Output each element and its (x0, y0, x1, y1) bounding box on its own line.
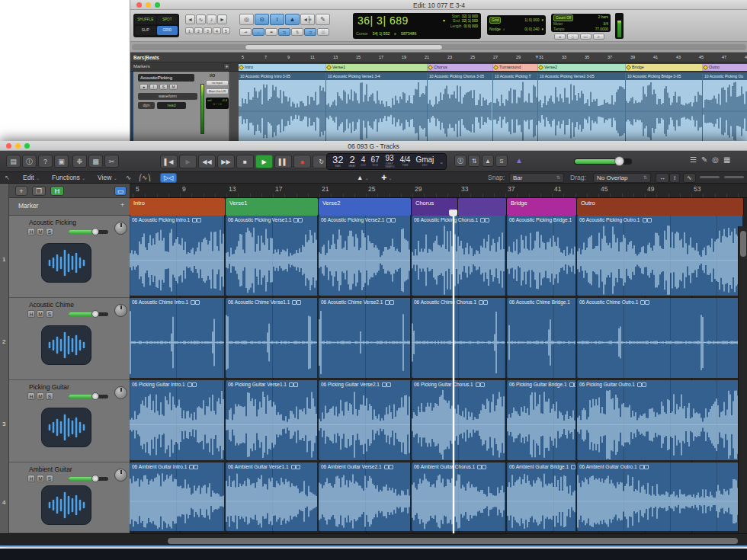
editors-icon[interactable]: ✂ (104, 155, 119, 168)
flex-icon[interactable]: ⎛∿⎞ (139, 174, 151, 181)
pan-knob[interactable] (114, 469, 127, 482)
region[interactable]: 06 Acoustic Chime Intro.1 (130, 298, 226, 378)
pause-button[interactable]: ▌▌ (274, 155, 292, 168)
spot-mode-button[interactable]: SPOT (157, 15, 178, 24)
track-header-acoustic-chime[interactable]: Acoustic Chime H M S (9, 298, 130, 380)
marker-track-header[interactable]: Marker + (9, 198, 130, 216)
marker-verse1[interactable]: Verse1 (326, 64, 428, 71)
midi-merge-icon[interactable]: ● (554, 34, 566, 40)
bar-ruler[interactable]: 5 9 13 17 21 25 29 33 37 41 45 49 53 (130, 184, 747, 198)
library-icon[interactable]: ▤ (6, 155, 21, 168)
low-latency-icon[interactable]: Ⓧ (454, 155, 466, 167)
zoom-preset-5[interactable]: 5 (222, 27, 230, 34)
pencil-tool-icon[interactable]: ✎ (316, 14, 330, 25)
volume-readout[interactable]: vol-0.4 0 ‹ › 0 (206, 98, 229, 109)
scrub-tool-icon[interactable]: ◂╞ (300, 14, 315, 25)
lcd-display[interactable]: 32BAR 2BEAT 4DIV 67TICK 93KEEP TEMPO 4/4… (326, 153, 447, 170)
view-menu[interactable]: View ⌄ (98, 174, 117, 181)
solo-mode-icon[interactable]: S (495, 155, 508, 167)
volume-thumb[interactable] (614, 156, 624, 166)
marker-intro[interactable]: Intro (130, 198, 226, 216)
metronome-icon[interactable]: ▲ (482, 155, 494, 167)
play-button[interactable]: ▶ (255, 155, 273, 168)
bars-beats-ruler[interactable]: Bars|Beats 5 7 9 11 13 15 17 19 21 23 25… (130, 53, 747, 62)
go-to-beginning-button[interactable]: ▌◀ (160, 155, 178, 168)
hide-button[interactable]: H (27, 475, 35, 482)
stop-button[interactable]: ■ (236, 155, 254, 168)
inspector-icon[interactable]: ⓘ (22, 155, 37, 168)
v-zoom-icon[interactable]: ↕ (669, 173, 680, 183)
audio-clip[interactable]: 10 Acoustic Picking Intro 3-05 (239, 73, 326, 141)
region[interactable]: 06 Picking Guitar Chorus.1 (412, 380, 507, 460)
region[interactable]: 06 Ambient Guitar Bridge.1 (507, 462, 577, 531)
region[interactable]: 06 Ambient Guitar Intro.1 (130, 462, 226, 531)
volume-slider[interactable] (69, 477, 108, 481)
region[interactable]: 06 Picking Guitar Bridge.1 (507, 380, 577, 460)
tuner-icon[interactable]: ▲ (512, 155, 526, 167)
track-waveform-icon[interactable] (41, 408, 91, 447)
region[interactable]: 06 Picking Guitar Verse1.1 (226, 380, 319, 460)
solo-button[interactable]: S (46, 475, 53, 482)
catch-playhead-button[interactable]: ▷◁ (160, 173, 177, 183)
track-view-selector[interactable]: waveform (138, 93, 197, 100)
hide-button[interactable]: H (27, 310, 35, 318)
audio-clip[interactable]: 10 Acoustic Picking Verse1 3-4 (326, 73, 428, 141)
media-browser-icon[interactable]: ▦ (723, 155, 730, 164)
countoff-label[interactable]: Count Off (553, 14, 573, 21)
zoomer-tool-icon[interactable]: ◎ (239, 14, 254, 25)
v-zoom-slider[interactable] (700, 176, 720, 178)
track-waveform-icon[interactable] (41, 485, 91, 525)
ruler-label[interactable]: Bars|Beats (133, 55, 159, 60)
command-tool-menu[interactable]: ✚ ⌄ (381, 174, 393, 181)
region[interactable]: 06 Acoustic Picking Intro.1 (130, 216, 226, 296)
volume-slider[interactable] (69, 395, 108, 398)
note-pad-icon[interactable]: ✎ (701, 155, 707, 164)
hide-button[interactable]: H (27, 228, 35, 235)
region[interactable]: 06 Acoustic Picking Verse1.1 (226, 216, 319, 296)
duplicate-track-icon[interactable]: ❐ (32, 186, 46, 196)
region[interactable]: 06 Acoustic Picking Chorus.1 (412, 216, 507, 296)
length-value[interactable]: 0| 0| 000 (464, 24, 479, 29)
zoom-preset-2[interactable]: 2 (194, 27, 203, 34)
region[interactable]: 06 Acoustic Chime Outro.1 (577, 298, 744, 378)
smart-controls-icon[interactable]: ❉ (72, 155, 87, 168)
countoff-icon[interactable]: ▹▹ (580, 34, 592, 40)
zoom-in-icon[interactable]: ► (217, 14, 227, 24)
play-from-selection-button[interactable]: ▶ (179, 155, 197, 168)
audio-clip[interactable]: 10 Acoustic Picking T (493, 73, 538, 141)
count-in-icon[interactable]: ⇅ (468, 155, 480, 167)
rewind-button[interactable]: ◀◀ (198, 155, 216, 168)
region[interactable]: 06 Acoustic Chime Verse2.1 (319, 298, 412, 378)
region[interactable]: 06 Ambient Guitar Verse1.1 (226, 462, 319, 531)
drag-dropdown[interactable]: No Overlap ⇅ (593, 173, 651, 183)
marker-track[interactable]: Intro Verse1 Verse2 Chorus Bridge Outro (130, 198, 747, 216)
nudge-label[interactable]: Nudge (489, 27, 501, 31)
mute-button[interactable]: M (37, 392, 44, 400)
layered-edit-icon[interactable]: ◫ (317, 28, 329, 36)
region[interactable]: 06 Ambient Guitar Outro.1 (577, 462, 744, 531)
region[interactable]: 06 Picking Guitar Intro.1 (130, 380, 226, 460)
slip-mode-button[interactable]: SLIP (135, 26, 156, 35)
marker-outro[interactable]: Outro (703, 64, 747, 71)
region[interactable]: 06 Ambient Guitar Verse2.1 (319, 462, 412, 531)
region[interactable]: 06 Picking Guitar Verse2.1 (319, 380, 412, 460)
nudge-value[interactable]: 0| 0| 240 (507, 27, 539, 31)
h-scrollbar-handle[interactable] (168, 538, 738, 544)
v-scrollbar[interactable] (738, 226, 747, 547)
pointer-tool-menu[interactable]: ▲ ⌄ (357, 174, 369, 181)
hide-tracks-button[interactable]: H (50, 186, 64, 196)
snap-dropdown[interactable]: Bar ⇅ (509, 173, 564, 183)
metronome-icon[interactable]: △ (567, 34, 579, 40)
main-counter[interactable]: 36| 3| 689 ▾ Start32| 1| 000 End32| 1| 0… (353, 13, 481, 39)
lcd-dropdown-icon[interactable]: ⌄ (439, 159, 444, 165)
region[interactable]: 06 Picking Guitar Outro.1 (577, 380, 744, 460)
v-scrollbar-handle[interactable] (740, 231, 746, 257)
forward-button[interactable]: ▶▶ (217, 155, 235, 168)
marker-chorus-2[interactable] (458, 198, 507, 216)
zoom-preset-4[interactable]: 4 (213, 27, 221, 34)
input-monitor-button[interactable]: I (149, 84, 158, 90)
edit-menu[interactable]: Edit ⌄ (23, 174, 40, 181)
tab-transient-icon[interactable]: ⇥ (239, 28, 252, 36)
marker-chorus[interactable]: Chorus (428, 64, 493, 71)
marker-verse2[interactable]: Verse2 (538, 64, 626, 71)
